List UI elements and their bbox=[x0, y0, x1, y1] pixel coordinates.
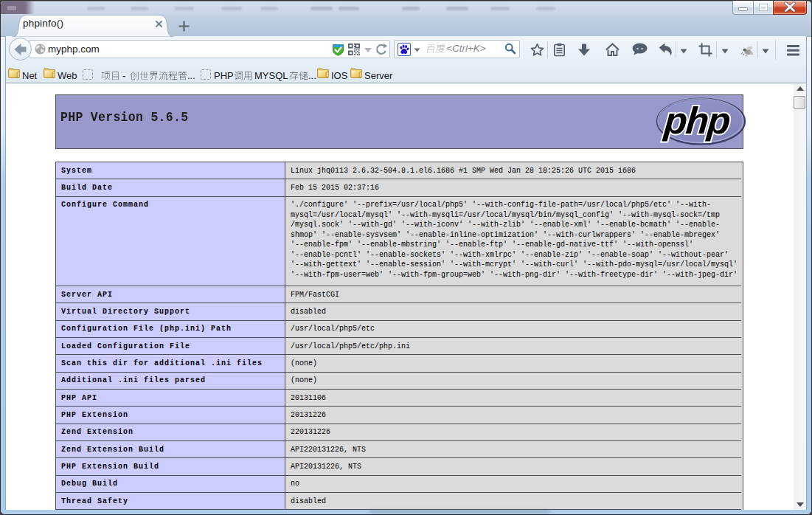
svg-text:php: php bbox=[662, 100, 732, 142]
